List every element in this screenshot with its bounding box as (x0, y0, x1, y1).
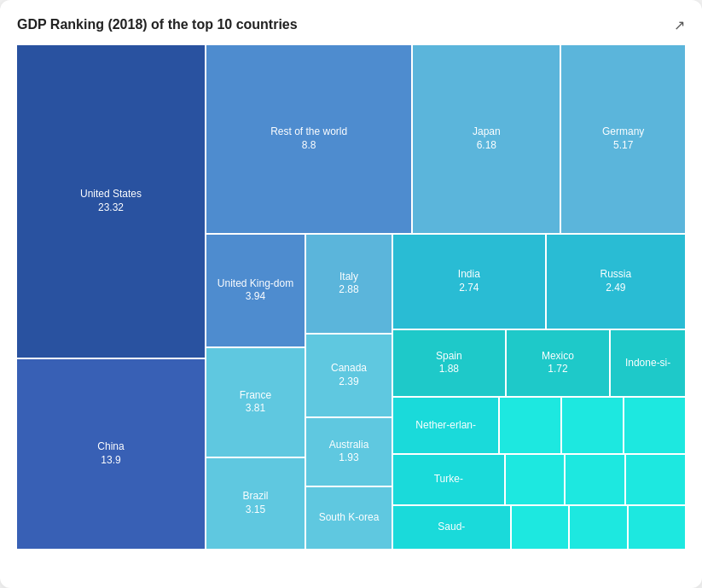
cell-russia: Russia 2.49 (547, 235, 685, 329)
russia-label: Russia (600, 268, 632, 282)
china-value: 13.9 (101, 454, 120, 468)
cell-japan: Japan 6.18 (413, 45, 560, 233)
cell-australia: Australia 1.93 (306, 418, 392, 486)
us-value: 23.32 (98, 201, 124, 215)
germany-value: 5.17 (613, 139, 633, 153)
cell-uk: United King-dom 3.94 (206, 235, 305, 346)
france-value: 3.81 (246, 402, 265, 416)
cell-spain: Spain 1.88 (393, 330, 505, 396)
mexico-value: 1.72 (548, 363, 567, 376)
col-right: Rest of the world 8.8 Japan 6.18 Germany… (206, 45, 685, 549)
row-top: Rest of the world 8.8 Japan 6.18 Germany… (206, 45, 685, 233)
row-netherlands: Nether-erlan- (393, 398, 685, 453)
cell-netherlands: Nether-erlan- (393, 398, 498, 453)
cell-saudi: Saud- (393, 506, 510, 549)
cell-canada: Canada 2.39 (306, 335, 392, 416)
cell-us: United States 23.32 (17, 45, 205, 358)
expand-icon[interactable]: ↗ (674, 17, 685, 33)
cell-turkey: Turke- (393, 455, 504, 504)
indonesia-label: Indone-si- (625, 357, 670, 370)
brazil-value: 3.15 (246, 504, 265, 517)
australia-label: Australia (329, 439, 369, 452)
spain-value: 1.88 (439, 363, 459, 376)
row-saudi: Saud- (393, 506, 685, 549)
germany-label: Germany (602, 125, 644, 139)
france-label: France (240, 389, 271, 403)
row-bottom: United King-dom 3.94 France 3.81 Brazil … (206, 235, 685, 549)
cell-small6 (626, 455, 685, 504)
col-rightarea: India 2.74 Russia 2.49 Spain 1.88 (393, 235, 685, 549)
brazil-label: Brazil (242, 490, 268, 504)
cell-small4 (506, 455, 565, 504)
china-label: China (97, 440, 124, 454)
col-mid: Italy 2.88 Canada 2.39 Australia 1.93 So… (306, 235, 392, 549)
cell-small9 (629, 506, 685, 549)
spain-label: Spain (436, 350, 462, 364)
india-label: India (458, 268, 480, 282)
uk-label: United King-dom (218, 277, 293, 291)
canada-label: Canada (331, 362, 367, 376)
cell-small8 (570, 506, 626, 549)
italy-label: Italy (339, 271, 358, 284)
cell-china: China 13.9 (17, 359, 205, 549)
cell-rest: Rest of the world 8.8 (206, 45, 411, 233)
cell-small7 (512, 506, 568, 549)
skorea-label: South K-orea (319, 511, 380, 525)
row-india-russia: India 2.74 Russia 2.49 (393, 235, 685, 329)
italy-value: 2.88 (339, 283, 358, 297)
card: GDP Ranking (2018) of the top 10 countri… (0, 0, 702, 588)
us-label: United States (80, 188, 142, 201)
canada-value: 2.39 (339, 376, 358, 389)
card-header: GDP Ranking (2018) of the top 10 countri… (17, 17, 685, 33)
cell-germany: Germany 5.17 (561, 45, 685, 233)
treemap: United States 23.32 China 13.9 Rest of t… (17, 45, 685, 549)
row-spain-mexico-indonesia: Spain 1.88 Mexico 1.72 Indone-si- (393, 330, 685, 396)
cell-brazil: Brazil 3.15 (206, 458, 305, 549)
saudi-label: Saud- (438, 521, 465, 534)
russia-value: 2.49 (606, 282, 625, 295)
cell-italy: Italy 2.88 (306, 235, 392, 333)
row-turkey: Turke- (393, 455, 685, 504)
chart-title: GDP Ranking (2018) of the top 10 countri… (17, 17, 298, 32)
cell-small5 (566, 455, 624, 504)
cell-india: India 2.74 (393, 235, 545, 329)
india-value: 2.74 (459, 282, 479, 295)
turkey-label: Turke- (434, 473, 463, 486)
cell-mexico: Mexico 1.72 (507, 330, 610, 396)
japan-value: 6.18 (477, 139, 496, 153)
cell-skorea: South K-orea (306, 487, 392, 549)
rest-label: Rest of the world (270, 125, 347, 139)
mexico-label: Mexico (542, 350, 574, 364)
cell-small2 (562, 398, 623, 453)
rest-value: 8.8 (302, 139, 316, 153)
col-left: United States 23.32 China 13.9 (17, 45, 205, 549)
japan-label: Japan (473, 125, 501, 139)
uk-value: 3.94 (246, 290, 265, 304)
cell-small3 (624, 398, 685, 453)
netherlands-label: Nether-erlan- (415, 419, 476, 433)
col-ukfrancebrazil: United King-dom 3.94 France 3.81 Brazil … (206, 235, 305, 549)
cell-small1 (500, 398, 560, 453)
cell-france: France 3.81 (206, 348, 305, 457)
australia-value: 1.93 (339, 451, 358, 465)
cell-indonesia: Indone-si- (611, 330, 685, 396)
